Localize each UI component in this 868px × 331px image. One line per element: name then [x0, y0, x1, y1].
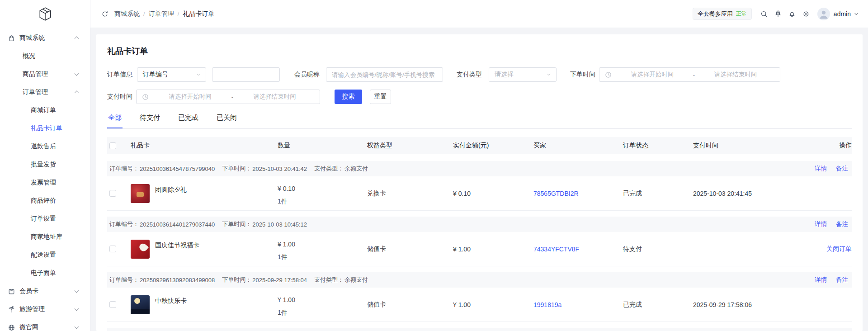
sidebar-item[interactable]: 退款售后: [0, 137, 90, 156]
search-button[interactable]: 搜索: [335, 90, 362, 104]
close-order-link[interactable]: 关闭订单: [826, 245, 852, 252]
sidebar-item[interactable]: 旅游管理: [0, 300, 90, 318]
pay-type-select[interactable]: 请选择: [489, 67, 557, 82]
sidebar-item[interactable]: 配送设置: [0, 246, 90, 264]
sidebar-item-label: 旅游管理: [19, 305, 45, 313]
avatar[interactable]: [817, 8, 830, 20]
sidebar-item[interactable]: 会员卡: [0, 282, 90, 300]
buyer-link[interactable]: 74334YFCTV8F: [533, 246, 623, 253]
table-column-header: 订单状态: [623, 142, 693, 150]
sidebar-item[interactable]: 批量发货: [0, 156, 90, 174]
breadcrumb-separator: /: [178, 10, 179, 17]
detail-link[interactable]: 详情: [815, 165, 827, 173]
sidebar-item-label: 会员卡: [19, 287, 38, 295]
order-time-label: 下单时间: [570, 71, 595, 79]
order-time-end-placeholder[interactable]: 请选择结束时间: [697, 71, 774, 79]
breadcrumb-item-orders[interactable]: 订单管理: [149, 10, 174, 18]
row-checkbox[interactable]: [109, 301, 116, 308]
chevron-down-icon[interactable]: [854, 11, 859, 17]
remark-link[interactable]: 备注: [836, 220, 848, 228]
pay-time-range-picker[interactable]: 请选择开始时间 - 请选择结束时间: [136, 90, 320, 104]
order-info-input[interactable]: [212, 67, 280, 82]
benefit-type: 储值卡: [367, 301, 453, 309]
buyer-link[interactable]: 78565GTDBI2R: [533, 190, 623, 197]
remark-link[interactable]: 备注: [836, 165, 848, 173]
sidebar-item[interactable]: 商品评价: [0, 192, 90, 210]
topbar-icons: [760, 10, 810, 18]
sidebar-item-label: 商城订单: [31, 106, 56, 114]
search-icon[interactable]: [760, 10, 768, 18]
status-tab[interactable]: 已完成: [177, 113, 199, 128]
pay-time-end-placeholder[interactable]: 请选择结束时间: [235, 93, 314, 101]
paid-amount: ¥ 1.00: [453, 301, 533, 308]
rocket-icon[interactable]: [774, 10, 782, 18]
paid-amount: ¥ 0.10: [453, 190, 533, 197]
order-no-value: 20250929613092083499008: [140, 277, 215, 284]
sidebar-item[interactable]: 微官网: [0, 318, 90, 331]
table-column-header: 数量: [278, 142, 367, 150]
sidebar-item[interactable]: 概况: [0, 47, 90, 65]
order-status: 待支付: [623, 245, 693, 253]
order-group-header: 订单编号： 20250929613092083499008 下单时间： 2025…: [107, 272, 852, 288]
refresh-icon[interactable]: [101, 10, 108, 18]
product-price: ¥ 0.10: [278, 182, 367, 195]
order-time-range-picker[interactable]: 请选择开始时间 - 请选择结束时间: [599, 67, 780, 82]
breadcrumb-separator: /: [143, 10, 145, 17]
order-no-value: 20251003614547875799040: [140, 166, 215, 172]
app-root: 商城系统 概况 商品管理: [0, 0, 868, 331]
plan-status-badge: 正常: [736, 10, 747, 18]
status-tab[interactable]: 全部: [107, 113, 123, 128]
select-all-checkbox[interactable]: [109, 142, 116, 149]
order-product-row: 中秋快乐卡 ¥ 1.00 1件 储值卡 ¥ 1.00 1991819a 已完成: [107, 288, 852, 322]
nickname-input[interactable]: [326, 67, 443, 82]
sidebar-item[interactable]: 发票管理: [0, 174, 90, 192]
detail-link[interactable]: 详情: [815, 220, 827, 228]
sidebar-item[interactable]: 商家地址库: [0, 228, 90, 246]
sidebar-item[interactable]: 商品管理: [0, 65, 90, 83]
nickname-label: 会员昵称: [294, 71, 320, 79]
plan-badge[interactable]: 全套餐多应用 正常: [693, 8, 752, 20]
remark-link[interactable]: 备注: [836, 276, 848, 284]
order-time-start-placeholder[interactable]: 请选择开始时间: [613, 71, 691, 79]
sidebar-menu: 商城系统 概况 商品管理: [0, 28, 90, 331]
sidebar-item[interactable]: 商城系统: [0, 29, 90, 47]
order-product-row: 国庆佳节祝福卡 ¥ 1.00 1件 储值卡 ¥ 1.00 74334YFCTV8…: [107, 232, 852, 266]
sidebar-item[interactable]: 订单管理: [0, 83, 90, 101]
pay-time-start-placeholder[interactable]: 请选择开始时间: [151, 93, 230, 101]
sidebar-item-label: 商家地址库: [31, 233, 62, 241]
order-group-partial: [107, 328, 852, 331]
status-tab[interactable]: 待支付: [139, 113, 161, 128]
sidebar-item[interactable]: 礼品卡订单: [0, 119, 90, 137]
order-list: 订单编号： 20251003614547875799040 下单时间： 2025…: [107, 161, 852, 322]
gear-icon[interactable]: [802, 10, 810, 18]
status-tab[interactable]: 已关闭: [216, 113, 238, 128]
product-price: ¥ 1.00: [278, 293, 367, 306]
username[interactable]: admin: [834, 10, 851, 18]
order-info-type-select[interactable]: 订单编号: [137, 67, 206, 82]
sidebar-item-label: 商城系统: [19, 34, 45, 42]
status-tabs: 全部 待支付 已完成 已关闭: [107, 113, 852, 129]
breadcrumb-item-system[interactable]: 商城系统: [114, 10, 140, 18]
order-product-row: 团圆除夕礼 ¥ 0.10 1件 兑换卡 ¥ 0.10 78565GTDBI2R …: [107, 176, 852, 211]
pay-type-label: 支付类型: [457, 71, 482, 79]
filter-row-2: 支付时间 请选择开始时间 - 请选择结束时间 搜索 重置: [107, 90, 852, 104]
order-group: 订单编号： 20250929613092083499008 下单时间： 2025…: [107, 272, 852, 322]
sidebar-item[interactable]: 商城订单: [0, 101, 90, 119]
product-price: ¥ 1.00: [278, 238, 367, 251]
app-logo[interactable]: [0, 0, 90, 28]
product-quantity-cell: ¥ 1.00 1件: [278, 288, 367, 319]
order-group-header: 订单编号： 20251003614401279037440 下单时间： 2025…: [107, 217, 852, 232]
cube-logo-icon: [37, 6, 53, 22]
row-checkbox[interactable]: [109, 190, 116, 197]
order-time-label: 下单时间：: [222, 165, 251, 173]
sidebar-item-label: 批量发货: [31, 161, 56, 169]
bell-icon[interactable]: [788, 10, 796, 18]
buyer-link[interactable]: 1991819a: [533, 301, 623, 308]
product-quantity-cell: ¥ 0.10 1件: [278, 176, 367, 208]
order-status: 已完成: [623, 301, 693, 309]
row-checkbox[interactable]: [109, 246, 116, 252]
sidebar-item[interactable]: 电子面单: [0, 264, 90, 282]
sidebar-item[interactable]: 订单设置: [0, 210, 90, 228]
detail-link[interactable]: 详情: [815, 276, 827, 284]
reset-button[interactable]: 重置: [370, 90, 391, 104]
